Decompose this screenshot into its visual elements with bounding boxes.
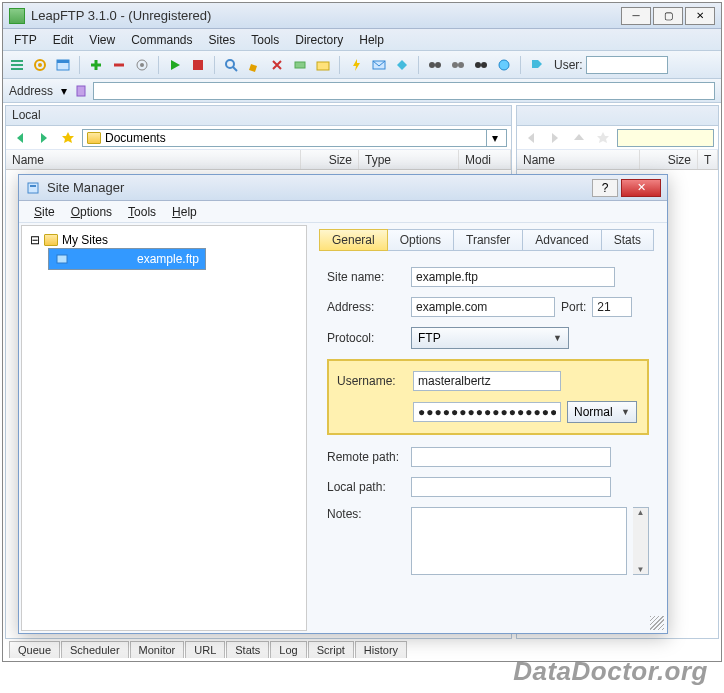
flash-icon[interactable] — [346, 55, 366, 75]
tab-stats[interactable]: Stats — [601, 229, 654, 251]
tab-stats[interactable]: Stats — [226, 641, 269, 658]
site-tree[interactable]: ⊟ My Sites example.ftp — [21, 225, 307, 631]
credentials-box: Username: Normal ▼ — [327, 359, 649, 435]
svg-point-20 — [458, 62, 464, 68]
local-path-select[interactable]: Documents ▾ — [82, 129, 507, 147]
folder-icon — [44, 234, 58, 246]
user-input[interactable] — [586, 56, 668, 74]
address-input[interactable] — [411, 297, 555, 317]
favorite-icon[interactable] — [58, 128, 78, 148]
close-button[interactable]: ✕ — [685, 7, 715, 25]
col-type[interactable]: Type — [359, 150, 459, 169]
up-icon[interactable] — [569, 128, 589, 148]
maximize-button[interactable]: ▢ — [653, 7, 683, 25]
binoculars1-icon[interactable] — [425, 55, 445, 75]
resize-grip-icon[interactable] — [650, 616, 664, 630]
remote-path-label: Remote path: — [327, 450, 405, 464]
address-dropdown-icon[interactable]: ▾ — [59, 86, 69, 96]
gear-icon[interactable] — [30, 55, 50, 75]
dlg-menu-help[interactable]: Help — [165, 203, 204, 221]
notes-label: Notes: — [327, 507, 405, 521]
tree-root[interactable]: ⊟ My Sites — [28, 232, 300, 248]
tab-monitor[interactable]: Monitor — [130, 641, 185, 658]
tab-script[interactable]: Script — [308, 641, 354, 658]
zoom-icon[interactable] — [221, 55, 241, 75]
tab-queue[interactable]: Queue — [9, 641, 60, 658]
help-button[interactable]: ? — [592, 179, 618, 197]
svg-marker-28 — [62, 132, 74, 143]
minus-icon: ⊟ — [30, 233, 40, 247]
bottom-tabs: Queue Scheduler Monitor URL Stats Log Sc… — [9, 641, 408, 658]
tag-icon[interactable] — [527, 55, 547, 75]
col-name[interactable]: Name — [6, 150, 301, 169]
menu-commands[interactable]: Commands — [124, 31, 199, 49]
username-input[interactable] — [413, 371, 561, 391]
menu-view[interactable]: View — [82, 31, 122, 49]
notes-textarea[interactable] — [411, 507, 627, 575]
minimize-button[interactable]: ─ — [621, 7, 651, 25]
menu-directory[interactable]: Directory — [288, 31, 350, 49]
tab-advanced[interactable]: Advanced — [522, 229, 601, 251]
forward-icon[interactable] — [34, 128, 54, 148]
address-input[interactable] — [93, 82, 715, 100]
tab-options[interactable]: Options — [387, 229, 454, 251]
dialog-title: Site Manager — [47, 180, 592, 195]
svg-line-12 — [233, 67, 237, 71]
back-icon[interactable] — [10, 128, 30, 148]
tab-transfer[interactable]: Transfer — [453, 229, 523, 251]
site-properties: General Options Transfer Advanced Stats … — [309, 223, 667, 633]
svg-rect-0 — [11, 60, 23, 62]
tab-log[interactable]: Log — [270, 641, 306, 658]
diamond-icon[interactable] — [392, 55, 412, 75]
port-input[interactable] — [592, 297, 632, 317]
local-path-input[interactable] — [411, 477, 611, 497]
edit-icon[interactable] — [244, 55, 264, 75]
stop-icon[interactable] — [188, 55, 208, 75]
menu-tools[interactable]: Tools — [244, 31, 286, 49]
chevron-down-icon[interactable]: ▾ — [486, 130, 502, 146]
refresh-icon[interactable] — [132, 55, 152, 75]
svg-rect-14 — [317, 62, 329, 70]
password-input[interactable] — [413, 402, 561, 422]
tab-scheduler[interactable]: Scheduler — [61, 641, 129, 658]
tab-history[interactable]: History — [355, 641, 407, 658]
bookmark-icon[interactable] — [75, 85, 87, 97]
play-icon[interactable] — [165, 55, 185, 75]
col-modified[interactable]: Modi — [459, 150, 511, 169]
binoculars3-icon[interactable] — [471, 55, 491, 75]
tab-url[interactable]: URL — [185, 641, 225, 658]
favorite-icon[interactable] — [593, 128, 613, 148]
dlg-menu-options[interactable]: Options — [64, 203, 119, 221]
add-icon[interactable] — [86, 55, 106, 75]
dlg-menu-site[interactable]: Site — [27, 203, 62, 221]
menu-ftp[interactable]: FTP — [7, 31, 44, 49]
notes-scrollbar[interactable]: ▲▼ — [633, 507, 649, 575]
protocol-select[interactable]: FTP ▼ — [411, 327, 569, 349]
remote-path-select[interactable] — [617, 129, 714, 147]
forward-icon[interactable] — [545, 128, 565, 148]
delete-icon[interactable] — [267, 55, 287, 75]
tab-general[interactable]: General — [319, 229, 388, 251]
globe-icon[interactable] — [494, 55, 514, 75]
newfolder-icon[interactable] — [313, 55, 333, 75]
col-size[interactable]: Size — [301, 150, 359, 169]
back-icon[interactable] — [521, 128, 541, 148]
menu-help[interactable]: Help — [352, 31, 391, 49]
col-name[interactable]: Name — [517, 150, 640, 169]
menu-edit[interactable]: Edit — [46, 31, 81, 49]
col-type[interactable]: T — [698, 150, 718, 169]
dialog-close-button[interactable]: ✕ — [621, 179, 661, 197]
rename-icon[interactable] — [290, 55, 310, 75]
menu-sites[interactable]: Sites — [202, 31, 243, 49]
calendar-icon[interactable] — [53, 55, 73, 75]
remove-icon[interactable] — [109, 55, 129, 75]
binoculars2-icon[interactable] — [448, 55, 468, 75]
tree-item-selected[interactable]: example.ftp — [48, 248, 206, 270]
list-icon[interactable] — [7, 55, 27, 75]
login-mode-select[interactable]: Normal ▼ — [567, 401, 637, 423]
col-size[interactable]: Size — [640, 150, 698, 169]
remote-path-input[interactable] — [411, 447, 611, 467]
dlg-menu-tools[interactable]: Tools — [121, 203, 163, 221]
mail-icon[interactable] — [369, 55, 389, 75]
site-name-input[interactable] — [411, 267, 615, 287]
